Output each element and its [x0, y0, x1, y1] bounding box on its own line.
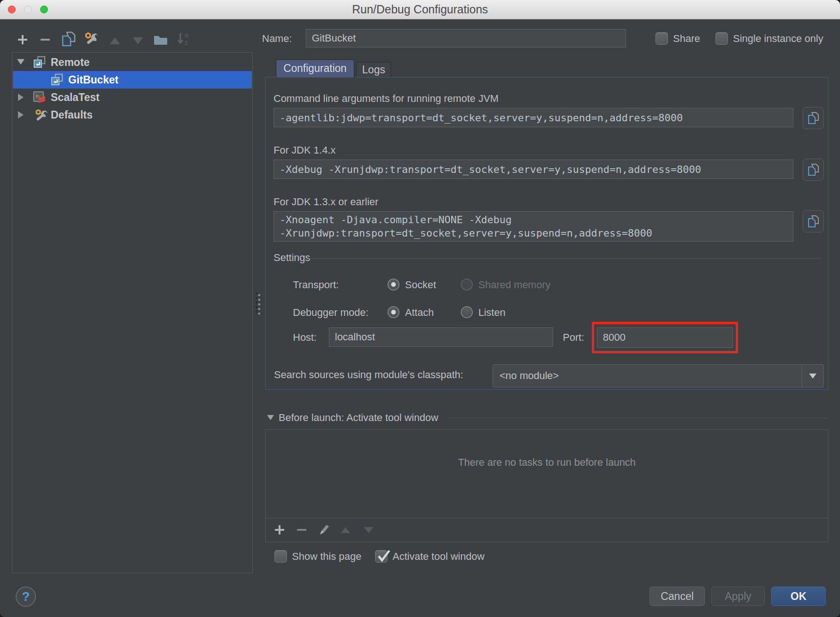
- transport-socket-label: Socket: [405, 279, 436, 291]
- debugger-mode-attach-radio[interactable]: [387, 306, 399, 318]
- name-value: GitBucket: [312, 32, 356, 44]
- tab-logs[interactable]: Logs: [356, 62, 391, 77]
- transport-shared-memory-radio[interactable]: [461, 279, 473, 291]
- command-line-label: Command line arguments for running remot…: [274, 93, 499, 105]
- move-task-up-button[interactable]: [340, 526, 351, 534]
- tab-label: Configuration: [284, 62, 347, 74]
- remove-icon: [39, 34, 51, 46]
- move-task-down-button[interactable]: [363, 526, 375, 534]
- zoom-window-button[interactable]: [40, 6, 48, 13]
- add-configuration-button[interactable]: [15, 32, 30, 47]
- jdk13-input[interactable]: -Xnoagent -Djava.compiler=NONE -Xdebug -…: [274, 211, 793, 242]
- tree-item-label: Defaults: [51, 109, 93, 121]
- add-icon: [17, 34, 29, 46]
- jdk14-label: For JDK 1.4.x: [274, 144, 335, 156]
- jdk14-value: -Xdebug -Xrunjdwp:transport=dt_socket,se…: [280, 164, 701, 175]
- edit-defaults-icon: [83, 31, 98, 46]
- tree-item-defaults[interactable]: Defaults: [13, 106, 252, 124]
- copy-command-line-button[interactable]: [803, 107, 824, 129]
- tree-item-label: ScalaTest: [51, 91, 100, 104]
- single-instance-label: Single instance only: [733, 33, 823, 45]
- move-down-button[interactable]: [131, 33, 145, 48]
- jdk14-input[interactable]: -Xdebug -Xrunjdwp:transport=dt_socket,se…: [274, 160, 793, 179]
- single-instance-checkbox[interactable]: [715, 32, 728, 45]
- chevron-down-icon[interactable]: [17, 59, 25, 67]
- window-title: Run/Debug Configurations: [0, 0, 840, 19]
- edit-defaults-button[interactable]: [83, 31, 98, 46]
- add-task-button[interactable]: [273, 523, 286, 536]
- sort-alphabetically-icon: a z: [176, 31, 191, 46]
- debugger-mode-listen-label: Listen: [478, 307, 506, 319]
- share-checkbox[interactable]: [655, 32, 668, 45]
- debugger-mode-label: Debugger mode:: [293, 307, 369, 319]
- port-label: Port:: [563, 332, 584, 344]
- defaults-icon: [34, 109, 48, 122]
- collapse-section-icon[interactable]: [267, 415, 274, 421]
- apply-button[interactable]: Apply: [711, 587, 765, 606]
- move-down-icon: [132, 37, 143, 45]
- remote-config-icon: [33, 56, 46, 69]
- tree-item-gitbucket[interactable]: GitBucket: [13, 71, 252, 89]
- tree-item-label: GitBucket: [68, 74, 119, 86]
- remove-configuration-button[interactable]: [38, 32, 53, 47]
- remove-icon: [296, 524, 307, 535]
- edit-task-button[interactable]: [317, 522, 331, 536]
- scalatest-icon: [33, 91, 47, 104]
- move-up-button[interactable]: [107, 33, 122, 48]
- ok-button[interactable]: OK: [771, 587, 826, 606]
- copy-configuration-button[interactable]: [61, 31, 76, 46]
- splitter-handle[interactable]: [256, 292, 257, 294]
- remove-task-button[interactable]: [295, 523, 308, 536]
- sort-configurations-button[interactable]: a z: [176, 31, 191, 46]
- create-folder-button[interactable]: [153, 32, 168, 47]
- move-down-icon: [363, 527, 374, 534]
- copy-jdk13-button[interactable]: [803, 210, 824, 232]
- close-window-button[interactable]: [8, 6, 16, 13]
- edit-icon: [318, 523, 330, 536]
- name-label: Name:: [262, 33, 292, 45]
- transport-socket-radio[interactable]: [387, 279, 399, 291]
- before-launch-separator: [447, 418, 828, 418]
- minimize-window-button[interactable]: [24, 6, 32, 13]
- copy-jdk14-button[interactable]: [803, 159, 824, 181]
- ok-button-label: OK: [791, 590, 807, 603]
- add-icon: [274, 524, 285, 535]
- debugger-mode-attach-label: Attach: [405, 307, 434, 319]
- host-input[interactable]: localhost: [329, 327, 553, 347]
- chevron-down-icon: [809, 373, 817, 379]
- name-input[interactable]: GitBucket: [306, 29, 626, 47]
- jdk13-value-line2: -Xrunjdwp:transport=dt_socket,server=y,s…: [280, 226, 652, 240]
- copy-icon: [61, 31, 76, 47]
- help-button[interactable]: ?: [16, 587, 36, 607]
- activate-tool-window-label: Activate tool window: [393, 551, 484, 563]
- cancel-button[interactable]: Cancel: [649, 587, 705, 606]
- move-up-icon: [340, 527, 351, 534]
- combobox-dropdown-button[interactable]: [802, 365, 823, 387]
- jdk13-label: For JDK 1.3.x or earlier: [274, 196, 378, 208]
- command-line-input[interactable]: -agentlib:jdwp=transport=dt_socket,serve…: [274, 108, 793, 127]
- port-highlight-annotation: [592, 322, 738, 353]
- debugger-mode-listen-radio[interactable]: [461, 306, 473, 318]
- no-tasks-message: There are no tasks to run before launch: [265, 457, 828, 469]
- tree-item-scalatest[interactable]: ScalaTest: [13, 89, 252, 106]
- checkmark-icon: [376, 546, 392, 564]
- tab-label: Logs: [362, 64, 385, 76]
- search-sources-label: Search sources using module's classpath:: [274, 369, 463, 381]
- copy-icon: [807, 215, 819, 228]
- activate-tool-window-checkbox[interactable]: [375, 550, 387, 563]
- chevron-right-icon[interactable]: [18, 93, 26, 101]
- run-debug-configurations-dialog: Run/Debug Configurations: [0, 0, 840, 617]
- module-classpath-combobox[interactable]: <no module>: [493, 364, 824, 387]
- show-this-page-label: Show this page: [292, 551, 361, 563]
- command-line-value: -agentlib:jdwp=transport=dt_socket,serve…: [280, 112, 683, 124]
- remote-config-icon: [51, 73, 64, 86]
- show-this-page-checkbox[interactable]: [274, 550, 287, 563]
- tree-item-remote[interactable]: Remote: [13, 53, 252, 71]
- tab-configuration[interactable]: Configuration: [276, 59, 354, 77]
- before-launch-header[interactable]: Before launch: Activate tool window: [279, 412, 438, 424]
- host-value: localhost: [335, 331, 375, 343]
- configurations-tree: Remote GitBucket ScalaTest: [12, 52, 253, 573]
- chevron-right-icon[interactable]: [18, 111, 26, 119]
- folder-icon: [154, 34, 167, 45]
- transport-label: Transport:: [293, 279, 339, 291]
